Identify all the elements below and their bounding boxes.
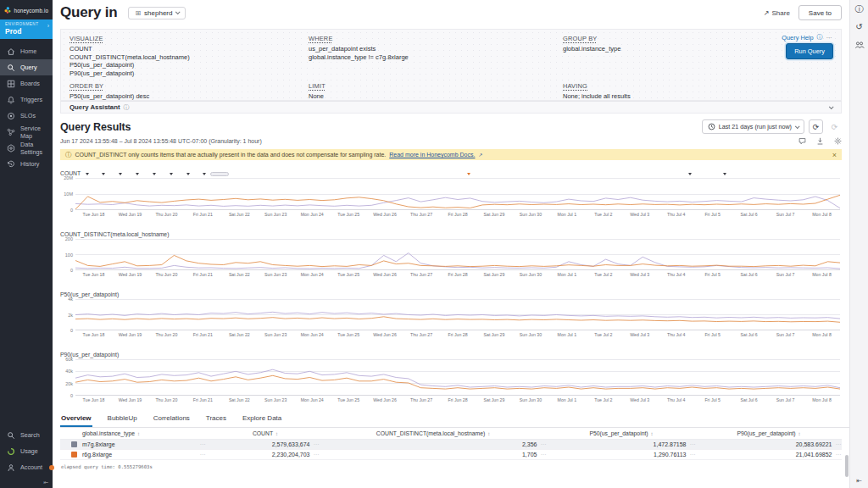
chevron-down-icon[interactable] [829, 104, 834, 109]
collapse-sidebar-icon[interactable]: ⇤ [43, 480, 48, 486]
marker-group-pill[interactable] [210, 172, 230, 176]
time-range-value: Last 21 days (run just now) [719, 123, 792, 130]
cell-menu-icon[interactable]: ⋯ [541, 452, 548, 458]
deploy-marker-icon[interactable] [688, 173, 692, 175]
query-help-link[interactable]: Query Help [782, 34, 813, 42]
query-builder[interactable]: VISUALIZE COUNTCOUNT_DISTINCT(meta.local… [60, 29, 842, 101]
column-header-count-distinct[interactable]: COUNT_DISTINCT(meta.local_hostname)↕ [320, 430, 547, 436]
column-header-count[interactable]: COUNT↕ [211, 430, 320, 436]
query-clause[interactable]: global.instance_type [563, 45, 620, 53]
table-row[interactable]: m7g.8xlarge⋯ 2,579,633,674⋯ 2,356⋯ 1,472… [60, 440, 842, 450]
having-section[interactable]: HAVING None; include all results [563, 82, 631, 101]
sidebar-item-account[interactable]: Account [0, 459, 53, 475]
sidebar-item-usage[interactable]: Usage [0, 443, 53, 459]
honeycomb-logo[interactable]: honeycomb.io [0, 0, 53, 19]
column-header-instance-type[interactable]: global.instance_type↕ [60, 430, 211, 436]
download-icon[interactable] [816, 137, 824, 145]
x-axis-tick: Thu Jul 4 [658, 332, 694, 337]
sidebar-item-history[interactable]: History [0, 156, 53, 172]
comments-icon[interactable] [798, 137, 806, 145]
x-axis-tick: Mon Jul 1 [548, 332, 585, 337]
deploy-marker-icon[interactable] [723, 173, 726, 175]
column-header-p50[interactable]: P50(us_per_datapoint)↕ [547, 430, 696, 436]
sidebar-item-home[interactable]: Home [0, 43, 53, 59]
tab-correlations[interactable]: Correlations [153, 411, 191, 427]
limit-section[interactable]: LIMIT None [309, 82, 326, 101]
query-clause[interactable]: global.instance_type != c7g.8xlarge [309, 53, 409, 62]
info-icon[interactable]: ⓘ [855, 5, 864, 14]
query-clause[interactable]: P90(us_per_datapoint) [70, 69, 190, 78]
notification-badge [49, 465, 54, 470]
series-line-m7g.8xlarge [75, 253, 840, 269]
sidebar-item-query[interactable]: Query [0, 59, 53, 75]
query-menu-icon[interactable]: ⋯ [826, 34, 833, 42]
sidebar-item-data-settings[interactable]: Data Settings [0, 140, 53, 156]
x-axis-tick: Sun Jun 30 [512, 272, 548, 277]
cell-menu-icon[interactable]: ⋯ [200, 441, 207, 448]
vertical-scrollbar-thumb[interactable] [845, 455, 849, 477]
share-button[interactable]: ↗Share [764, 9, 790, 17]
deploy-marker-icon[interactable] [170, 173, 173, 175]
time-range-dropdown[interactable]: Last 21 days (run just now) [702, 119, 804, 134]
table-row[interactable]: r6g.8xlarge⋯ 2,230,204,703⋯ 1,705⋯ 1,290… [60, 450, 842, 460]
deploy-marker-icon[interactable] [102, 173, 105, 175]
deploy-marker-icon[interactable] [203, 173, 206, 175]
sidebar-item-slos[interactable]: SLOs [0, 108, 53, 124]
order-by-section[interactable]: ORDER BY P50(us_per_datapoint) desc [70, 82, 149, 101]
deploy-marker-icon[interactable] [186, 173, 190, 175]
deploy-marker-icon[interactable] [136, 173, 139, 175]
cell-menu-icon[interactable]: ⋯ [200, 452, 207, 458]
query-clause[interactable]: P50(us_per_datapoint) desc [70, 92, 149, 101]
deploy-marker-highlighted-icon[interactable] [467, 173, 470, 175]
team-icon[interactable] [854, 41, 865, 51]
chart-plot[interactable] [75, 178, 840, 210]
deploy-marker-icon[interactable] [86, 173, 89, 175]
where-section[interactable]: WHERE us_per_datapoint existsglobal.inst… [309, 35, 409, 61]
rerun-query-button[interactable]: ⟳ [809, 119, 823, 134]
docs-link[interactable]: Read more in Honeycomb Docs. [389, 152, 475, 158]
query-clause[interactable]: None [309, 92, 326, 101]
close-banner-icon[interactable]: × [832, 151, 837, 159]
cell-menu-icon[interactable]: ⋯ [314, 452, 320, 458]
cell-menu-icon[interactable]: ⋯ [690, 441, 697, 448]
query-assistant-bar[interactable]: Query Assistant ⓘ [60, 101, 842, 114]
column-header-p90[interactable]: P90(us_per_datapoint)↕ [696, 430, 842, 436]
save-to-button[interactable]: Save to [798, 5, 842, 20]
chart-plot[interactable] [75, 299, 840, 330]
dataset-selector[interactable]: ⊞ shepherd [128, 7, 186, 19]
deploy-marker-icon[interactable] [119, 173, 122, 175]
external-link-icon: ↗ [478, 152, 482, 158]
chart-plot[interactable] [75, 359, 840, 396]
sidebar-item-boards[interactable]: Boards [0, 75, 53, 92]
visualize-section[interactable]: VISUALIZE COUNTCOUNT_DISTINCT(meta.local… [70, 35, 190, 77]
tab-bubbleup[interactable]: BubbleUp [107, 411, 138, 427]
boards-icon [7, 80, 15, 88]
environment-switcher[interactable]: ENVIRONMENT Prod › [0, 19, 53, 39]
deploy-marker-icon[interactable] [153, 173, 156, 175]
query-clause[interactable]: None; include all results [563, 92, 631, 101]
query-clause[interactable]: COUNT_DISTINCT(meta.local_hostname) [70, 53, 190, 62]
sidebar-item-triggers[interactable]: Triggers [0, 92, 53, 108]
tab-explore-data[interactable]: Explore Data [242, 411, 282, 427]
cell-menu-icon[interactable]: ⋯ [541, 441, 548, 448]
query-clause[interactable]: us_per_datapoint exists [309, 45, 409, 53]
collapse-rail-icon[interactable]: ⇤ [850, 477, 868, 485]
group-by-section[interactable]: GROUP BY global.instance_type [563, 35, 620, 53]
tab-traces[interactable]: Traces [205, 411, 227, 427]
gear-icon[interactable] [834, 137, 842, 145]
query-clause[interactable]: P50(us_per_datapoint) [70, 61, 190, 69]
cell-menu-icon[interactable]: ⋯ [314, 441, 320, 448]
limit-label: LIMIT [309, 82, 326, 90]
history-icon[interactable]: ↺ [855, 23, 862, 31]
tab-overview[interactable]: Overview [60, 411, 92, 427]
cell-menu-icon[interactable]: ⋯ [836, 452, 843, 458]
run-query-button[interactable]: Run Query [786, 43, 833, 59]
query-clause[interactable]: COUNT [70, 45, 190, 53]
sidebar-item-search[interactable]: Search [0, 427, 53, 443]
x-axis-tick: Thu Jun 27 [403, 272, 440, 277]
cell-menu-icon[interactable]: ⋯ [836, 441, 843, 448]
x-axis-tick: Fri Jun 21 [185, 212, 221, 217]
chart-plot[interactable] [75, 239, 840, 270]
cell-menu-icon[interactable]: ⋯ [690, 452, 697, 458]
sidebar-item-service-map[interactable]: Service Map [0, 124, 53, 140]
